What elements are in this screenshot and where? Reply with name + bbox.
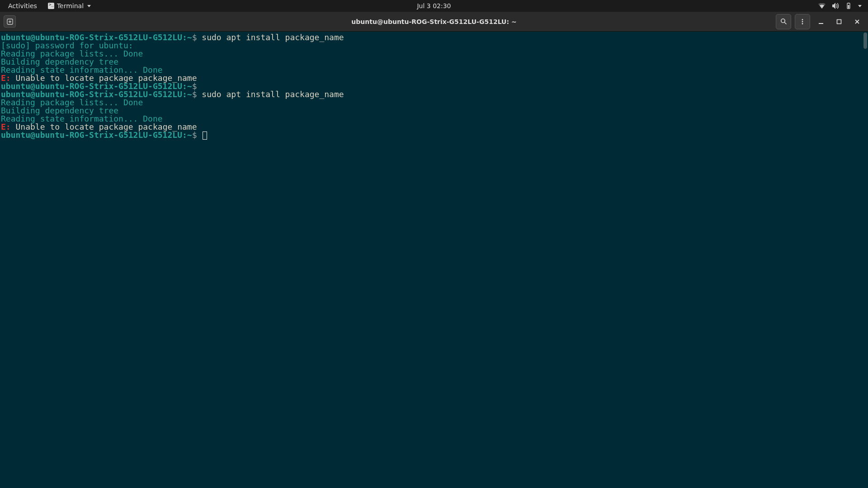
chevron-down-icon — [87, 5, 91, 7]
app-menu[interactable]: Terminal — [42, 2, 97, 9]
command-text: sudo apt install package_name — [202, 33, 344, 42]
maximize-button[interactable] — [832, 14, 846, 29]
terminal-output[interactable]: ubuntu@ubuntu-ROG-Strix-G512LU-G512LU:~$… — [1, 33, 867, 140]
volume-icon — [832, 3, 839, 9]
prompt-path: ~ — [187, 33, 192, 42]
prompt-path: ~ — [187, 89, 192, 99]
new-tab-button[interactable] — [4, 15, 16, 28]
svg-line-5 — [784, 22, 786, 24]
cursor-block — [203, 131, 207, 140]
search-button[interactable] — [776, 14, 791, 29]
battery-icon — [845, 3, 852, 9]
status-area[interactable] — [818, 3, 864, 9]
svg-rect-2 — [848, 3, 849, 3]
hamburger-menu-button[interactable] — [795, 14, 810, 29]
prompt-symbol: $ — [192, 130, 197, 140]
terminal-viewport[interactable]: ubuntu@ubuntu-ROG-Strix-G512LU-G512LU:~$… — [0, 32, 868, 488]
svg-rect-10 — [837, 19, 841, 23]
terminal-titlebar: ubuntu@ubuntu-ROG-Strix-G512LU-G512LU: ~ — [0, 12, 868, 32]
new-tab-icon — [7, 19, 13, 25]
close-button[interactable] — [850, 14, 864, 29]
minimize-icon — [818, 19, 824, 24]
svg-rect-9 — [819, 23, 823, 24]
kebab-menu-icon — [799, 19, 806, 25]
gnome-top-bar: Activities Terminal Jul 3 02:30 — [0, 0, 868, 12]
prompt-symbol: $ — [192, 89, 197, 99]
prompt-path: ~ — [187, 130, 192, 140]
prompt-symbol: $ — [192, 33, 197, 42]
network-icon — [818, 3, 826, 9]
close-icon — [854, 19, 860, 24]
window-title: ubuntu@ubuntu-ROG-Strix-G512LU-G512LU: ~ — [351, 18, 516, 25]
activities-button[interactable]: Activities — [4, 2, 42, 9]
svg-point-8 — [802, 23, 803, 24]
command-text: sudo apt install package_name — [202, 89, 344, 99]
app-menu-label: Terminal — [57, 2, 84, 9]
search-icon — [780, 18, 787, 25]
svg-rect-1 — [848, 5, 849, 8]
minimize-button[interactable] — [814, 14, 828, 29]
maximize-icon — [836, 19, 842, 24]
chevron-down-icon — [858, 5, 862, 7]
clock[interactable]: Jul 3 02:30 — [417, 2, 451, 9]
terminal-icon — [48, 3, 54, 9]
svg-point-6 — [802, 19, 803, 20]
svg-point-4 — [781, 19, 784, 23]
svg-point-7 — [802, 21, 803, 22]
prompt-user-host: ubuntu@ubuntu-ROG-Strix-G512LU-G512LU — [1, 130, 182, 140]
scrollbar-thumb[interactable] — [863, 33, 867, 49]
